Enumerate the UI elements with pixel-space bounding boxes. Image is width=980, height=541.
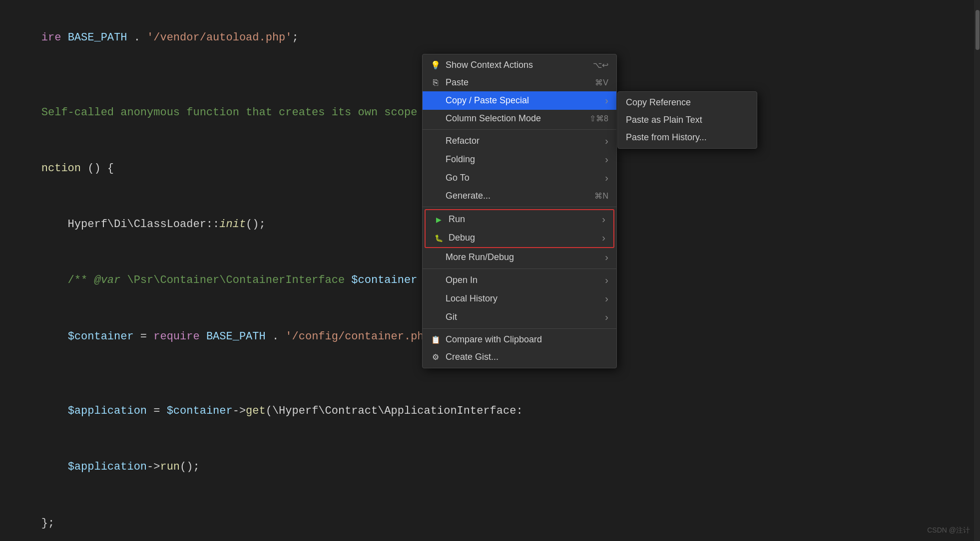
shortcut-paste: ⌘V [595,78,608,87]
copy-paste-submenu: Copy Reference Paste as Plain Text Paste… [617,91,757,149]
gist-icon: ⚙ [431,352,441,362]
open-in-icon [431,275,441,285]
refactor-chevron [603,135,608,147]
refactor-icon [431,136,441,146]
menu-item-git[interactable]: Git [423,308,616,326]
separator-1 [423,129,616,130]
menu-item-open-in[interactable]: Open In [423,271,616,289]
git-chevron [603,311,608,323]
shortcut-column: ⇧⌘8 [589,114,608,123]
separator-4 [423,328,616,329]
menu-item-column-selection[interactable]: Column Selection Mode ⇧⌘8 [423,110,616,127]
code-line-11: }; [15,495,965,541]
git-icon [431,312,441,322]
goto-icon [431,173,441,183]
code-line-9: $application = $container->get(\Hyperf\C… [15,383,965,439]
menu-item-compare-clipboard[interactable]: 📋 Compare with Clipboard [423,331,616,348]
submenu-chevron [603,95,608,106]
run-debug-box: ▶ Run 🐛 Debug [425,209,614,248]
shortcut-generate: ⌘N [594,191,608,201]
submenu-paste-history[interactable]: Paste from History... [618,129,757,146]
menu-item-show-context-actions[interactable]: 💡 Show Context Actions ⌥↩ [423,56,616,74]
menu-item-goto[interactable]: Go To [423,169,616,187]
separator-2 [423,207,616,207]
folding-chevron [603,154,608,165]
generate-icon [431,191,441,201]
folding-icon [431,155,441,165]
menu-item-local-history[interactable]: Local History [423,289,616,308]
debug-icon: 🐛 [434,233,444,243]
context-menu: 💡 Show Context Actions ⌥↩ ⎘ Paste ⌘V Cop… [422,54,617,368]
shortcut-show-context: ⌥↩ [593,60,608,70]
run-icon: ▶ [434,215,444,225]
copy-paste-icon [431,96,441,106]
open-in-chevron [603,274,608,286]
menu-item-create-gist[interactable]: ⚙ Create Gist... [423,348,616,366]
compare-icon: 📋 [431,335,441,345]
menu-item-paste[interactable]: ⎘ Paste ⌘V [423,74,616,91]
separator-3 [423,269,616,269]
menu-item-generate[interactable]: Generate... ⌘N [423,187,616,205]
menu-item-copy-paste-special[interactable]: Copy / Paste Special [423,91,616,110]
lightbulb-icon: 💡 [431,60,441,70]
menu-item-folding[interactable]: Folding [423,150,616,169]
menu-item-debug[interactable]: 🐛 Debug [426,229,613,247]
column-icon [431,114,441,124]
local-history-chevron [603,293,608,304]
code-line-10: $application->run(); [15,439,965,495]
submenu-paste-plain[interactable]: Paste as Plain Text [618,111,757,129]
submenu-copy-reference[interactable]: Copy Reference [618,94,757,111]
debug-chevron [600,232,605,244]
more-run-icon [431,253,441,263]
local-history-icon [431,294,441,304]
goto-chevron [603,172,608,184]
watermark: CSDN @注计 [927,526,970,535]
run-chevron [600,214,605,225]
menu-item-run[interactable]: ▶ Run [426,210,613,229]
menu-item-refactor[interactable]: Refactor [423,132,616,150]
paste-icon: ⎘ [431,78,441,88]
menu-item-more-run-debug[interactable]: More Run/Debug [423,248,616,267]
more-run-chevron [603,252,608,263]
